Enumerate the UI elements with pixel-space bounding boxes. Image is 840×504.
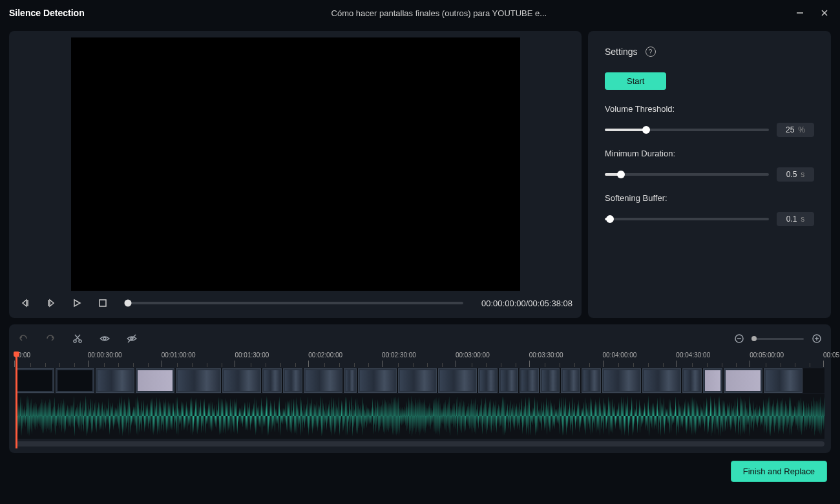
clip[interactable]	[16, 368, 54, 393]
help-icon[interactable]: ?	[646, 47, 656, 57]
clip[interactable]	[561, 368, 580, 393]
minimum-duration-value[interactable]: 0.5s	[777, 167, 814, 182]
playback-progress[interactable]	[128, 302, 463, 304]
clip[interactable]	[602, 368, 641, 393]
ruler-label: 00:01:00:00	[162, 352, 196, 359]
audio-track[interactable]	[16, 394, 824, 439]
clip[interactable]	[724, 368, 762, 393]
finish-replace-button[interactable]: Finish and Replace	[731, 461, 827, 482]
prev-frame-button[interactable]	[18, 296, 32, 310]
preview-visible-button[interactable]	[98, 332, 111, 345]
svg-line-11	[76, 335, 80, 340]
clip[interactable]	[56, 368, 94, 393]
clip[interactable]	[540, 368, 560, 393]
ruler-label: 00:05:30:00	[823, 352, 840, 359]
play-button[interactable]	[70, 296, 84, 310]
file-name: Cómo hacer pantallas finales (outros) pa…	[85, 8, 793, 18]
ruler-label: 00:05:00:00	[750, 352, 784, 359]
preview-hidden-button[interactable]	[125, 332, 138, 345]
clip[interactable]	[176, 368, 221, 393]
ruler-label: 00:02:30:00	[382, 352, 416, 359]
svg-rect-8	[100, 300, 106, 306]
ruler-label: 00:01:30:00	[235, 352, 269, 359]
clip[interactable]	[764, 368, 803, 393]
waveform-icon	[16, 394, 824, 439]
clip[interactable]	[358, 368, 397, 393]
zoom-slider[interactable]	[752, 338, 804, 340]
minimize-button[interactable]	[793, 6, 806, 19]
svg-point-13	[103, 337, 106, 340]
svg-marker-7	[74, 300, 80, 306]
timeline-ruler[interactable]: 00:0000:00:30:0000:01:00:0000:01:30:0000…	[16, 352, 824, 368]
clip[interactable]	[438, 368, 477, 393]
clip[interactable]	[478, 368, 498, 393]
next-frame-button[interactable]	[44, 296, 58, 310]
video-preview[interactable]	[71, 37, 520, 291]
clip[interactable]	[96, 368, 134, 393]
minimum-duration-slider[interactable]	[605, 173, 769, 176]
preview-panel: 00:00:00:00/00:05:38:08	[9, 31, 582, 318]
svg-point-10	[79, 340, 81, 342]
timeline-section: 00:0000:00:30:0000:01:00:0000:01:30:0000…	[9, 324, 831, 453]
stop-button[interactable]	[96, 296, 110, 310]
clip[interactable]	[520, 368, 539, 393]
redo-button[interactable]	[44, 332, 57, 345]
zoom-in-button[interactable]	[810, 332, 823, 345]
clip[interactable]	[304, 368, 342, 393]
svg-point-9	[74, 340, 76, 342]
softening-buffer-slider[interactable]	[605, 218, 769, 220]
softening-buffer-value[interactable]: 0.1s	[777, 212, 814, 226]
window-title: Silence Detection	[9, 8, 85, 18]
clip[interactable]	[703, 368, 722, 393]
svg-marker-3	[23, 300, 26, 306]
clip[interactable]	[398, 368, 437, 393]
svg-line-12	[75, 335, 79, 340]
titlebar: Silence Detection Cómo hacer pantallas f…	[0, 0, 840, 26]
settings-panel: Settings ? Start Volume Threshold: 25% M…	[588, 31, 831, 318]
settings-header: Settings	[605, 47, 638, 57]
softening-buffer-label: Softening Buffer:	[605, 193, 814, 203]
clip[interactable]	[682, 368, 702, 393]
minimum-duration-label: Minimum Duration:	[605, 149, 814, 158]
close-button[interactable]	[818, 6, 831, 19]
ruler-label: 00:04:00:00	[603, 352, 637, 359]
volume-threshold-slider[interactable]	[605, 129, 769, 131]
playhead[interactable]	[16, 352, 17, 448]
ruler-label: 00:02:00:00	[308, 352, 342, 359]
volume-threshold-label: Volume Threshold:	[605, 104, 814, 114]
zoom-out-button[interactable]	[733, 332, 746, 345]
clip[interactable]	[642, 368, 681, 393]
volume-threshold-value[interactable]: 25%	[777, 123, 814, 137]
video-track[interactable]	[16, 368, 824, 393]
timeline-scrollbar[interactable]	[16, 441, 824, 446]
cut-button[interactable]	[71, 332, 84, 345]
clip[interactable]	[499, 368, 518, 393]
clip[interactable]	[344, 368, 357, 393]
svg-marker-6	[50, 300, 54, 306]
svg-line-15	[128, 335, 136, 342]
clip[interactable]	[222, 368, 261, 393]
time-readout: 00:00:00:00/00:05:38:08	[481, 299, 572, 308]
clip[interactable]	[262, 368, 282, 393]
ruler-label: 00:04:30:00	[676, 352, 710, 359]
undo-button[interactable]	[17, 332, 30, 345]
clip[interactable]	[136, 368, 174, 393]
ruler-label: 00:03:30:00	[529, 352, 563, 359]
start-button[interactable]: Start	[605, 72, 666, 90]
ruler-label: 00:00:30:00	[88, 352, 122, 359]
clip[interactable]	[283, 368, 302, 393]
ruler-label: 00:03:00:00	[456, 352, 490, 359]
clip[interactable]	[582, 368, 601, 393]
